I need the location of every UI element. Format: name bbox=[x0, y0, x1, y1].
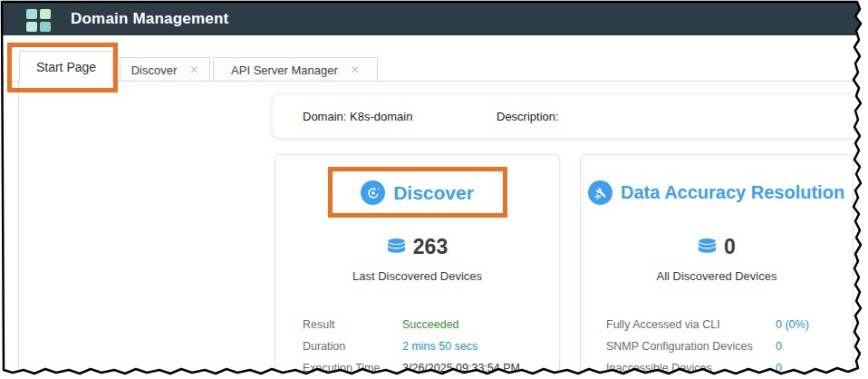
description-field: Description: bbox=[497, 110, 559, 123]
close-icon[interactable]: ✕ bbox=[189, 64, 198, 75]
discover-icon bbox=[361, 180, 385, 205]
content-panel-left-border bbox=[18, 82, 19, 372]
discover-card-title: Discover bbox=[393, 182, 474, 204]
row-value: Succeeded bbox=[402, 318, 459, 331]
row-label: Fully Accessed via CLI bbox=[606, 318, 776, 331]
tab-label: Discover bbox=[131, 63, 178, 77]
row-value[interactable]: 0 bbox=[776, 340, 782, 353]
app-grid-icon[interactable] bbox=[26, 9, 51, 33]
discover-card: Discover 263 Last Discovered Devices Res… bbox=[275, 154, 560, 379]
row-label: Inaccessible Devices bbox=[606, 362, 776, 374]
row-value[interactable]: 2 mins 50 secs bbox=[402, 340, 477, 353]
data-accuracy-card-title: Data Accuracy Resolution bbox=[621, 182, 844, 203]
row-label: Result bbox=[303, 318, 402, 331]
app-header: Domain Management bbox=[0, 2, 868, 35]
detail-row: Duration 2 mins 50 secs bbox=[275, 335, 559, 357]
tab-label: Start Page bbox=[36, 60, 96, 74]
row-label: Execution Time bbox=[303, 362, 402, 374]
screenshot-frame: Domain Management Start Page Discover ✕ … bbox=[0, 0, 868, 379]
domain-field: Domain: K8s-domain bbox=[303, 110, 412, 123]
data-accuracy-details: Fully Accessed via CLI 0 (0%) SNMP Confi… bbox=[581, 314, 853, 379]
row-label: Duration bbox=[303, 340, 402, 353]
devices-db-icon bbox=[387, 238, 406, 258]
stat-label: All Discovered Devices bbox=[581, 269, 853, 283]
detail-row: SNMP Configuration Devices 0 bbox=[581, 335, 853, 357]
discover-card-link[interactable]: Discover bbox=[275, 180, 559, 205]
detail-row: Inaccessible Devices 0 bbox=[581, 357, 853, 379]
close-icon[interactable]: ✕ bbox=[351, 64, 360, 75]
domain-info-bar: Domain: K8s-domain Description: bbox=[272, 93, 868, 139]
description-label: Description: bbox=[497, 110, 559, 123]
grid-square bbox=[40, 9, 51, 19]
domain-value: K8s-domain bbox=[350, 110, 412, 123]
tab-discover[interactable]: Discover ✕ bbox=[120, 57, 210, 82]
row-value[interactable]: 0 (0%) bbox=[776, 318, 809, 331]
row-label: SNMP Configuration Devices bbox=[606, 340, 776, 353]
wrench-gear-icon bbox=[588, 180, 612, 205]
data-accuracy-card: Data Accuracy Resolution 0 All Discovere… bbox=[580, 154, 854, 379]
detail-row: Fully Accessed via CLI 0 (0%) bbox=[581, 314, 853, 335]
grid-square bbox=[26, 22, 37, 32]
data-accuracy-stat: 0 bbox=[581, 235, 853, 259]
tab-start-page[interactable]: Start Page bbox=[19, 51, 113, 82]
page-title: Domain Management bbox=[71, 2, 228, 35]
domain-label: Domain: bbox=[303, 110, 346, 123]
data-accuracy-card-link[interactable]: Data Accuracy Resolution bbox=[581, 180, 853, 205]
devices-db-icon bbox=[698, 238, 717, 258]
detail-row: Result Succeeded bbox=[275, 314, 559, 335]
grid-square bbox=[26, 9, 37, 19]
discover-details: Result Succeeded Duration 2 mins 50 secs… bbox=[275, 314, 559, 379]
row-value[interactable]: 0 bbox=[776, 362, 782, 374]
tabstrip-divider bbox=[2, 81, 861, 82]
row-value: 3/26/2025 09:33:54 PM bbox=[402, 362, 520, 374]
last-discovered-count: 263 bbox=[413, 235, 448, 259]
grid-square bbox=[40, 22, 51, 32]
tab-api-server-manager[interactable]: API Server Manager ✕ bbox=[213, 57, 378, 82]
detail-row: Execution Time 3/26/2025 09:33:54 PM bbox=[275, 357, 559, 379]
stat-label: Last Discovered Devices bbox=[275, 269, 559, 283]
tab-label: API Server Manager bbox=[231, 63, 338, 77]
all-discovered-count: 0 bbox=[724, 235, 736, 259]
discover-stat: 263 bbox=[275, 235, 559, 259]
